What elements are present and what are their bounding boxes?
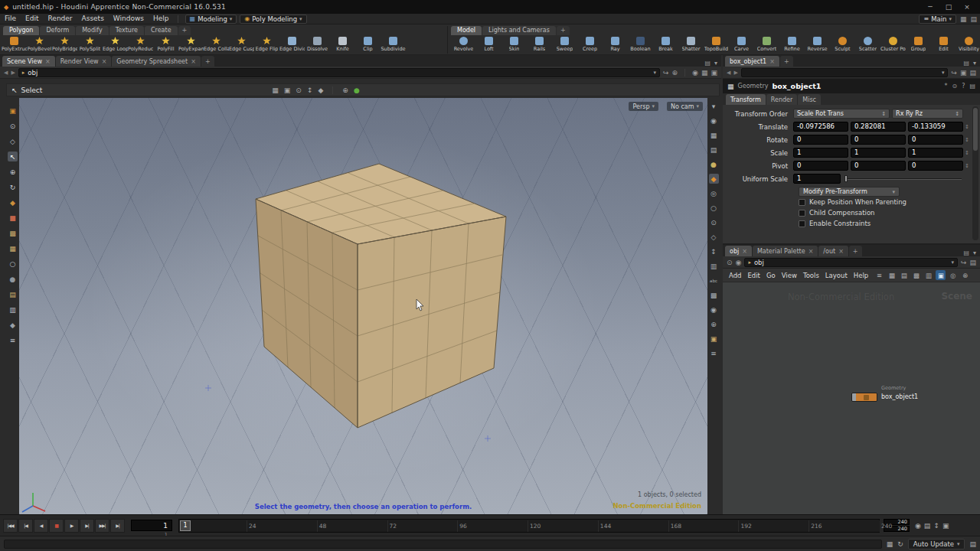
param-translate-x[interactable]: -0.0972586 (793, 122, 848, 132)
shelf-tool-ray[interactable]: Ray (603, 35, 628, 55)
network-menu-edit[interactable]: Edit (744, 272, 763, 279)
param-tab-misc[interactable]: Misc (798, 94, 821, 105)
close-button[interactable]: × (958, 0, 976, 14)
uniform-scale-field[interactable]: 1 (793, 174, 841, 184)
pin-icon[interactable]: ⊙ (727, 259, 733, 266)
jump-to-end-button[interactable]: ▶| (110, 519, 125, 533)
minimize-button[interactable]: ─ (921, 0, 939, 14)
node-gear-icon[interactable]: * (944, 83, 947, 90)
menu-assets[interactable]: Assets (77, 14, 109, 24)
shelf-tool-convert[interactable]: Convert (754, 35, 779, 55)
flipbook-icon[interactable]: ▥ (8, 305, 18, 315)
status-refresh-icon[interactable]: ↻ (897, 540, 903, 548)
shelf-tool-edge-cusp[interactable]: Edge Cusp (229, 35, 254, 55)
select-groups-icon[interactable]: ⊙ (296, 86, 302, 94)
view-pin-icon[interactable]: ⊕ (709, 319, 719, 329)
perspective-icon[interactable]: ◉ (709, 116, 719, 126)
shelf-tab-texture[interactable]: Texture (109, 26, 144, 35)
back-icon[interactable]: ◀ (727, 70, 730, 76)
param-scale-y[interactable]: 1 (851, 148, 906, 158)
net-color-icon[interactable]: ▣ (936, 270, 946, 280)
parameter-scrollbar[interactable] (972, 106, 978, 240)
net-tab-obj[interactable]: obj× (725, 246, 752, 256)
shelf-tool-scatter[interactable]: Scatter (855, 35, 880, 55)
desktop-selector[interactable]: ▦ Modeling ▾ (185, 15, 237, 24)
slider-handle[interactable] (844, 175, 848, 182)
play-backwards-button[interactable]: ◀ (34, 519, 48, 533)
main-menu-button[interactable]: ≡ Main ▾ (919, 15, 956, 24)
camera-icon[interactable]: ◉ (709, 305, 719, 315)
timeline-view-icon[interactable]: ▤ (924, 522, 931, 530)
add-tab-button[interactable]: + (178, 26, 191, 35)
shelf-tool-rails[interactable]: Rails (527, 35, 552, 55)
scene-path-field[interactable]: ▸ obj ▾ (18, 68, 660, 77)
shelf-tool-shatter[interactable]: Shatter (678, 35, 704, 55)
add-tab-button[interactable]: + (780, 56, 793, 67)
area-select-style-icon[interactable]: ◆ (318, 86, 323, 94)
ladder-icon[interactable]: ↕ (963, 137, 971, 143)
network-menu-add[interactable]: Add (726, 272, 744, 279)
close-tab-icon[interactable]: × (742, 248, 747, 255)
shelf-tool-edge-divide[interactable]: Edge Divide (279, 35, 305, 55)
menu-render[interactable]: Render (44, 14, 77, 24)
auto-update-selector[interactable]: Auto Update ▾ (908, 539, 965, 549)
viewport-prefs-icon[interactable]: ≡ (709, 348, 719, 358)
material-shade-icon[interactable]: ⊙ (709, 217, 719, 227)
param-tab-render[interactable]: Render (766, 94, 797, 105)
whole-geometry-icon[interactable]: ● (354, 86, 360, 94)
snap-combo-icon[interactable]: ● (8, 274, 18, 284)
box-geometry[interactable] (256, 164, 506, 428)
display-options-icon[interactable]: ◆ (709, 174, 719, 184)
shelf-tool-subdivide[interactable]: Subdivide (381, 35, 406, 55)
param-pivot-y[interactable]: 0 (851, 161, 906, 171)
shelf-tool-dissolve[interactable]: Dissolve (305, 35, 330, 55)
param-tab-transform[interactable]: Transform (726, 94, 766, 105)
close-tab-icon[interactable]: × (769, 58, 775, 65)
status-memory-icon[interactable]: ▦ (887, 540, 893, 548)
shelf-tool-reverse[interactable]: Reverse (805, 35, 830, 55)
play-button[interactable]: ▶ (64, 519, 79, 533)
construction-plane-icon[interactable]: ▤ (8, 289, 18, 299)
network-menu-go[interactable]: Go (763, 272, 779, 279)
shelf-tool-edge-collapse[interactable]: Edge Collapse (204, 35, 229, 55)
close-tab-icon[interactable]: × (838, 248, 844, 255)
node-help-icon[interactable]: ? (962, 83, 965, 90)
timeline-scale-icon[interactable]: ↕ (933, 522, 939, 530)
jump-to-start-button[interactable]: |◀◀ (3, 519, 18, 533)
previous-keyframe-button[interactable]: |◀ (18, 519, 33, 533)
shelf-tab-modify[interactable]: Modify (76, 26, 109, 35)
snapshot-icon[interactable]: ◉ (692, 69, 698, 77)
next-keyframe-button[interactable]: ▶▶| (95, 519, 109, 533)
pane-tab-box-object1[interactable]: box_object1× (725, 56, 779, 67)
shelf-tab-lights-and-cameras[interactable]: Lights and Cameras (482, 26, 556, 35)
network-menu-tools[interactable]: Tools (800, 272, 822, 279)
move-tool-icon[interactable]: ⊕ (8, 167, 18, 177)
param-translate-z[interactable]: -0.133059 (908, 122, 963, 132)
shelf-tool-break[interactable]: Break (653, 35, 678, 55)
view-mode-dropdown-icon[interactable]: ▾ (709, 101, 719, 111)
lighting-icon[interactable]: ◎ (709, 188, 719, 198)
shelf-tool-polybridge[interactable]: PolyBridge (52, 35, 77, 55)
shelf-tool-polybevel[interactable]: PolyBevel (27, 35, 52, 55)
shelf-tool-edit[interactable]: Edit (931, 35, 956, 55)
param-rotate-z[interactable]: 0 (908, 135, 963, 145)
checkbox-enable-constraints[interactable]: Enable Constraints (799, 218, 971, 229)
shelf-tab-create[interactable]: Create (145, 26, 178, 35)
shelf-tool-refine[interactable]: Refine (779, 35, 805, 55)
shelf-tool-edge-flip[interactable]: Edge Flip (254, 35, 279, 55)
shelf-tool-edge-loop[interactable]: Edge Loop (103, 35, 128, 55)
net-palette-icon[interactable]: ▥ (923, 270, 933, 280)
ladder-icon[interactable]: ↕ (963, 150, 971, 156)
checkbox-box[interactable] (799, 210, 805, 217)
pane-split-icon[interactable]: ▤ (963, 60, 969, 67)
checkbox-box[interactable] (799, 199, 805, 206)
checkbox-child-compensation[interactable]: Child Compensation (799, 207, 971, 218)
rotate-tool-icon[interactable]: ↻ (8, 182, 18, 192)
pane-menu-icon[interactable]: ▤ (969, 83, 975, 90)
shadow-icon[interactable]: ○ (709, 203, 719, 213)
smooth-shade-icon[interactable]: ● (709, 159, 719, 169)
isolate-icon[interactable]: ◇ (709, 232, 719, 242)
close-tab-icon[interactable]: × (808, 248, 814, 255)
view-tool-icon[interactable]: ⊙ (8, 121, 18, 131)
stop-button[interactable]: ■ (49, 519, 64, 533)
